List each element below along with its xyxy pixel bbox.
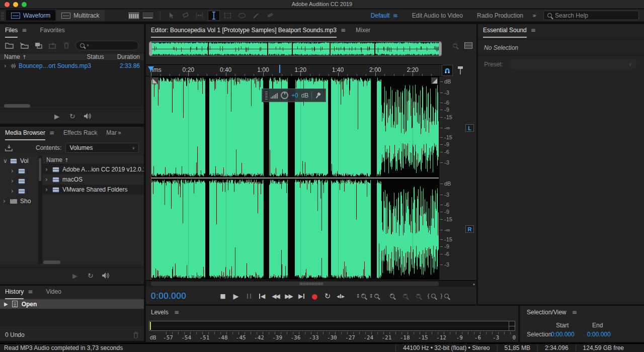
tab-media-browser[interactable]: Media Browser≡: [4, 129, 59, 140]
media-import-icon[interactable]: [5, 144, 14, 151]
media-hscrollbar[interactable]: [43, 260, 60, 264]
waveform-overview[interactable]: [149, 41, 442, 56]
tree-row[interactable]: ›: [0, 176, 38, 186]
zoom-out-full-icon[interactable]: [453, 43, 457, 48]
media-tabs-overflow-icon[interactable]: »: [118, 129, 121, 140]
move-tool-icon[interactable]: [166, 11, 178, 21]
media-list-header[interactable]: Name ↑: [42, 156, 144, 164]
stop-button[interactable]: ■: [216, 291, 229, 302]
skip-to-end-button[interactable]: ▶: [295, 291, 308, 302]
tab-video[interactable]: Video: [45, 288, 66, 299]
playhead-marker[interactable]: [148, 66, 154, 71]
workspace-overflow-icon[interactable]: »: [532, 12, 536, 19]
time-display[interactable]: 0:00.000: [146, 291, 216, 301]
tab-editor[interactable]: Editor: Bouncepedia Vol 1 [Prototype Sam…: [150, 27, 351, 37]
marquee-selection-tool-icon[interactable]: [222, 11, 234, 21]
snapping-toggle-button[interactable]: [442, 65, 453, 76]
zoom-in-time-button[interactable]: [385, 291, 398, 302]
tab-mixer[interactable]: Mixer: [355, 27, 375, 37]
media-autoplay-speaker-icon[interactable]: [102, 272, 110, 279]
waveform-editor-canvas[interactable]: +0 dB: [151, 76, 439, 280]
zoom-out-full-button[interactable]: [412, 291, 425, 302]
levels-menu-icon[interactable]: ≡: [174, 309, 179, 316]
tab-effects-rack[interactable]: Effects Rack: [62, 129, 102, 140]
overview-left-handle[interactable]: [149, 42, 152, 56]
spot-healing-brush-tool-icon[interactable]: [264, 11, 276, 21]
paintbrush-selection-tool-icon[interactable]: [250, 11, 262, 21]
expand-file-icon[interactable]: ›: [4, 62, 8, 69]
waveform-display-icon[interactable]: [128, 12, 140, 20]
files-search-input[interactable]: ∨: [75, 41, 139, 50]
preset-dropdown[interactable]: ∨: [509, 59, 637, 69]
timeline-ruler[interactable]: hms 0:200:401:001:201:402:002:20: [146, 64, 443, 76]
lasso-selection-tool-icon[interactable]: [236, 11, 248, 21]
channel-badge-right[interactable]: R: [465, 225, 474, 233]
search-help-input[interactable]: Search Help: [543, 11, 639, 20]
media-list-row[interactable]: ›Adobe A…ion CC 2019 v12.0.1: [42, 164, 144, 174]
files-panel-menu-icon[interactable]: ≡: [22, 27, 27, 34]
hud-grip[interactable]: [265, 91, 268, 100]
record-button[interactable]: ●: [308, 291, 321, 302]
media-list-row[interactable]: ›macOS: [42, 174, 144, 185]
editor-hscrollbar[interactable]: ▴: [146, 280, 476, 287]
spectral-display-icon[interactable]: [142, 12, 154, 20]
play-button[interactable]: ▶: [229, 291, 243, 302]
overview-right-handle[interactable]: [439, 42, 441, 56]
slip-tool-icon[interactable]: |↔|: [194, 11, 206, 21]
editor-hscrollbar-thumb[interactable]: [151, 282, 439, 286]
col-name[interactable]: Name: [4, 53, 20, 60]
tab-history[interactable]: History≡: [4, 288, 38, 299]
hud-pin-icon[interactable]: [314, 91, 323, 100]
media-play-button[interactable]: ▶: [72, 272, 77, 280]
gain-value[interactable]: +0: [291, 92, 298, 99]
tab-markers[interactable]: Mar: [105, 129, 117, 140]
zoom-out-time-button[interactable]: [398, 291, 412, 302]
col-status[interactable]: Status: [87, 53, 104, 60]
selection-start-value[interactable]: 0:00.000: [551, 331, 575, 338]
tree-row[interactable]: ›Sho: [0, 196, 38, 206]
workspace-menu-icon[interactable]: ≡: [393, 12, 398, 19]
files-autoplay-speaker-icon[interactable]: [84, 113, 92, 120]
pause-button[interactable]: [243, 291, 256, 302]
selection-end-value[interactable]: 0:00.000: [587, 331, 611, 338]
clip-indicator[interactable]: [509, 321, 515, 330]
waveform-mode-button[interactable]: Waveform: [6, 10, 55, 21]
files-hscrollbar[interactable]: [4, 104, 30, 108]
trash-icon[interactable]: [63, 42, 69, 49]
workspace-edit-audio-to-video[interactable]: Edit Audio to Video: [412, 12, 463, 19]
skip-selection-button[interactable]: ◂▸: [334, 291, 347, 302]
selection-view-menu-icon[interactable]: ≡: [572, 309, 577, 316]
zoom-to-out-point-button[interactable]: }: [438, 291, 451, 302]
rewind-button[interactable]: ◀◀: [269, 291, 282, 302]
tree-row[interactable]: ›: [0, 166, 38, 176]
media-browser-menu-icon[interactable]: ≡: [49, 129, 54, 136]
loop-playback-button[interactable]: ↻: [321, 291, 334, 302]
gain-hud[interactable]: +0 dB: [262, 89, 326, 102]
tab-files[interactable]: Files≡: [4, 27, 32, 37]
tree-row[interactable]: ›: [0, 186, 38, 196]
skip-to-start-button[interactable]: ◀: [256, 291, 269, 302]
files-play-button[interactable]: ▶: [54, 113, 59, 120]
workspace-default[interactable]: Default≡: [371, 12, 398, 19]
import-file-icon[interactable]: [20, 42, 29, 49]
files-loop-button[interactable]: ↻: [69, 112, 75, 120]
zoom-to-in-point-button[interactable]: {: [425, 291, 438, 302]
history-entry-open[interactable]: ▶ Open: [0, 299, 144, 309]
history-trash-icon[interactable]: [133, 332, 139, 338]
toolbar-grip[interactable]: [1, 11, 4, 20]
zoom-out-amplitude-button[interactable]: ↕: [367, 291, 380, 302]
insert-into-multitrack-icon[interactable]: [49, 42, 57, 49]
tree-row[interactable]: ∨Vol: [0, 156, 38, 166]
essential-sound-menu-icon[interactable]: ≡: [531, 27, 536, 34]
contents-dropdown[interactable]: Volumes ∨: [65, 143, 139, 153]
fade-in-handle[interactable]: [152, 77, 158, 84]
channel-badge-left[interactable]: L: [465, 124, 474, 132]
workspace-radio-production[interactable]: Radio Production: [477, 12, 523, 19]
multitrack-mode-button[interactable]: Multitrack: [56, 10, 104, 21]
editor-display-list-icon[interactable]: [464, 42, 472, 49]
open-file-icon[interactable]: [5, 42, 14, 49]
gain-knob[interactable]: [281, 92, 288, 99]
tab-favorites[interactable]: Favorites: [39, 27, 69, 37]
media-list-row[interactable]: ›VMware Shared Folders: [42, 185, 144, 195]
media-tree-vscrollbar[interactable]: [38, 156, 42, 264]
